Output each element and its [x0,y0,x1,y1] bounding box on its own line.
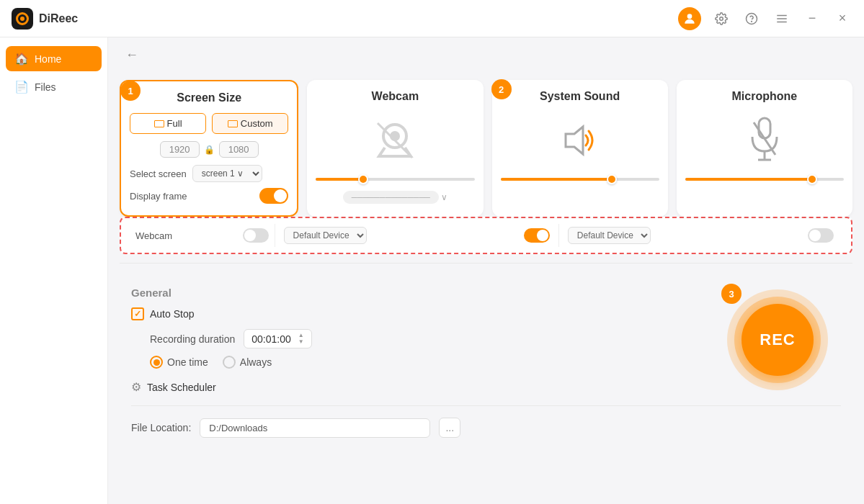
sidebar-item-files[interactable]: 📄 Files [6,74,102,99]
home-icon: 🏠 [14,52,29,66]
webcam-icon-area [316,112,474,169]
cards-row: 1 Screen Size Full Custom 🔒 [108,68,864,217]
width-input[interactable] [160,141,200,158]
full-icon [154,120,164,127]
microphone-toggle[interactable] [808,228,834,243]
microphone-device-select[interactable]: Default Device [568,227,651,244]
back-bar: ← [108,37,864,68]
step2-badge: 2 [491,79,512,99]
microphone-card: Microphone [677,80,852,217]
lock-icon: 🔒 [204,145,215,155]
duration-value: 00:01:00 [251,333,291,345]
divider [120,263,852,264]
one-time-radio[interactable]: One time [150,356,208,369]
close-button[interactable]: × [832,9,852,29]
dur-down-arrow[interactable]: ▼ [298,339,304,345]
webcam-slider-fill [316,178,363,181]
dur-up-arrow[interactable]: ▲ [298,333,304,338]
step3-badge: 3 [721,284,741,304]
system-sound-slider-thumb[interactable] [607,174,617,184]
webcam-title: Webcam [316,90,474,103]
app-logo-dot [20,17,25,21]
menu-icon[interactable] [772,9,792,29]
webcam-device-bar: ────────────── ∨ [316,192,474,202]
file-location-row: File Location: D:/Downloads ... [131,418,841,438]
sidebar: 🏠 Home 📄 Files [0,37,108,504]
webcam-slider-thumb[interactable] [358,174,368,184]
microphone-slider-track [685,178,844,181]
auto-stop-checkbox[interactable]: ✓ [131,307,144,320]
sidebar-item-home[interactable]: 🏠 Home [6,46,102,71]
task-scheduler-gear-icon: ⚙ [131,380,141,394]
system-sound-icon [558,122,602,158]
system-sound-toggle-knob [537,230,548,241]
help-icon[interactable] [741,9,762,29]
screen-select[interactable]: screen 1 ∨ [192,165,262,182]
full-button[interactable]: Full [130,113,206,134]
always-label: Always [240,356,272,368]
screen-size-title: Screen Size [130,91,288,104]
file-location-label: File Location: [131,422,191,433]
toggle-knob [274,189,287,202]
size-buttons: Full Custom [130,113,288,134]
system-sound-card: 2 System Sound [492,80,668,217]
minimize-button[interactable]: − [802,9,822,29]
files-icon: 📄 [14,80,29,94]
always-radio[interactable]: Always [223,356,272,369]
custom-button[interactable]: Custom [212,113,288,134]
app-logo-inner [16,12,29,25]
webcam-toggle-label: Webcam [135,230,172,241]
select-screen-row: Select screen screen 1 ∨ [130,165,288,182]
webcam-slider-track [316,178,474,181]
display-frame-toggle[interactable] [259,188,288,204]
dims-row: 🔒 [130,141,288,158]
microphone-toggle-section: Default Device [559,224,842,247]
webcam-toggle-section: Webcam [130,225,275,246]
microphone-title: Microphone [685,90,844,103]
microphone-slider-thumb[interactable] [807,174,817,184]
duration-label: Recording duration [150,333,235,345]
height-input[interactable] [219,141,259,158]
sidebar-item-home-label: Home [35,53,61,65]
checkbox-check: ✓ [134,309,141,319]
settings-icon[interactable] [711,9,731,29]
duration-input[interactable]: 00:01:00 ▲ ▼ [244,329,311,348]
screen-size-card: 1 Screen Size Full Custom 🔒 [120,80,298,217]
main-layout: 🏠 Home 📄 Files ← 1 Screen Size Full [0,37,864,504]
custom-icon [228,120,238,127]
always-radio-outer [223,356,236,369]
microphone-icon-area [685,112,844,169]
one-time-radio-inner [153,359,160,366]
webcam-toggle[interactable] [243,228,269,243]
one-time-radio-outer [150,356,163,369]
webcam-toggle-knob [244,230,256,241]
webcam-card: Webcam ─────── [307,80,483,217]
webcam-icon [372,117,418,163]
system-sound-slider-track [501,178,659,181]
back-button[interactable]: ← [125,48,138,63]
system-sound-icon-area [501,112,659,169]
svg-point-0 [687,14,692,19]
system-sound-title: System Sound [501,90,659,103]
app-logo [12,8,33,30]
rec-button[interactable]: REC [741,304,814,376]
microphone-slider-fill [685,178,812,181]
title-bar: DiReec − × [0,0,864,37]
rec-outer: REC [727,289,828,390]
bottom-toggles-bar: Webcam Default Device Default Device [120,217,852,254]
rec-container: 3 REC [727,289,828,390]
display-frame-row: Display frame [130,188,288,204]
system-sound-device-select[interactable]: Default Device [284,227,367,244]
duration-arrows: ▲ ▼ [298,333,304,345]
step1-badge: 1 [120,81,141,101]
title-bar-right: − × [678,7,852,30]
one-time-label: One time [167,356,208,368]
task-scheduler-label: Task Scheduler [147,382,216,393]
auto-stop-label: Auto Stop [150,308,195,320]
system-sound-toggle[interactable] [524,228,550,243]
content-area: ← 1 Screen Size Full Custom [108,37,864,504]
svg-point-1 [720,17,723,20]
microphone-icon [747,115,783,166]
more-button[interactable]: ... [439,418,460,438]
user-avatar[interactable] [678,7,701,30]
